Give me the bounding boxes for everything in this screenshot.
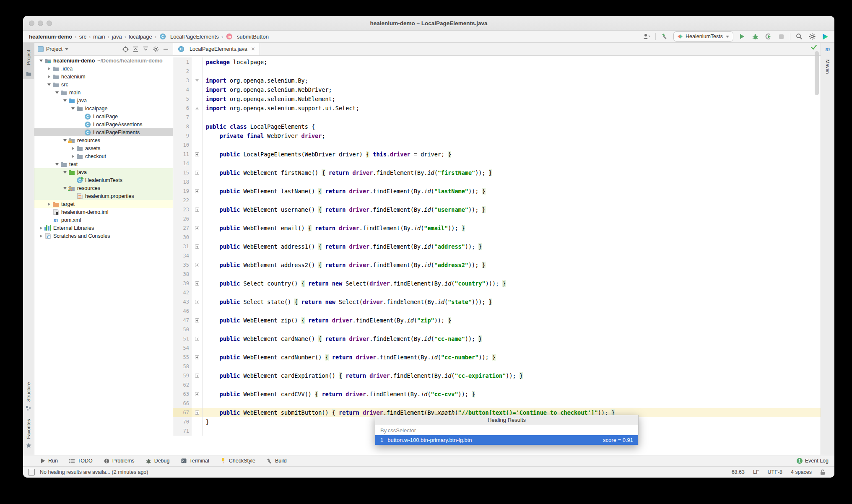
tree-collapse-arrow-icon[interactable] bbox=[54, 91, 60, 94]
fold-plus-icon[interactable] bbox=[192, 334, 203, 343]
locate-file-icon[interactable] bbox=[122, 45, 129, 53]
tree-item-test[interactable]: test bbox=[34, 160, 173, 168]
breadcrumb-item-java[interactable]: java bbox=[112, 34, 122, 40]
tree-item-healenium-properties[interactable]: healenium.properties bbox=[34, 192, 173, 200]
collapse-all-icon[interactable] bbox=[132, 45, 139, 53]
code-line-9[interactable]: 9 private final WebDriver driver; bbox=[173, 131, 821, 140]
code-line-47[interactable]: 47 public WebElement zip() { return driv… bbox=[173, 316, 821, 325]
status-message[interactable]: No healing results are availa... (2 minu… bbox=[40, 469, 148, 475]
tool-window-button-terminal[interactable]: Terminal bbox=[181, 458, 209, 464]
fold-plus-icon[interactable] bbox=[192, 168, 203, 177]
tool-window-switcher-icon[interactable] bbox=[28, 469, 35, 475]
zoom-window-button[interactable] bbox=[47, 21, 52, 26]
tree-item-src[interactable]: src bbox=[34, 81, 173, 88]
tree-collapse-arrow-icon[interactable] bbox=[62, 139, 68, 142]
fold-plus-icon[interactable] bbox=[192, 279, 203, 288]
breadcrumb-item-healenium-demo[interactable]: healenium-demo bbox=[29, 34, 72, 40]
code-line-59[interactable]: 59 public WebElement cardExpiration() { … bbox=[173, 371, 821, 380]
code-line-39[interactable]: 39 public Select country() { return new … bbox=[173, 279, 821, 288]
fold-plus-icon[interactable] bbox=[192, 297, 203, 307]
tree-item-main[interactable]: main bbox=[34, 88, 173, 96]
fold-down-icon[interactable] bbox=[192, 76, 203, 85]
breadcrumb-item-localpageelements[interactable]: CLocalPageElements bbox=[159, 34, 219, 40]
code-line-26[interactable]: 26 bbox=[173, 214, 821, 223]
code-line-35[interactable]: 35 public WebElement address2() { return… bbox=[173, 260, 821, 270]
code-line-34[interactable]: 34 bbox=[173, 251, 821, 260]
tree-item-assets[interactable]: assets bbox=[34, 144, 173, 152]
tool-window-button-run[interactable]: Run bbox=[40, 458, 58, 464]
fold-plus-icon[interactable] bbox=[192, 371, 203, 380]
settings-gear-icon[interactable] bbox=[808, 32, 816, 41]
code-line-42[interactable]: 42 bbox=[173, 288, 821, 297]
breadcrumb-item-submitbutton[interactable]: msubmitButton bbox=[226, 34, 269, 40]
tool-window-button-problems[interactable]: Problems bbox=[104, 458, 135, 464]
healing-result-row[interactable]: 1button.w-100.btn-primary.btn-lg.btnscor… bbox=[375, 435, 638, 445]
tree-expand-arrow-icon[interactable] bbox=[46, 203, 52, 206]
minimize-window-button[interactable] bbox=[38, 21, 43, 26]
fold-plus-icon[interactable] bbox=[192, 353, 203, 362]
breadcrumb-item-localpage[interactable]: localpage bbox=[129, 34, 152, 40]
indent-setting[interactable]: 4 spaces bbox=[791, 469, 812, 475]
code-line-14[interactable]: 14 bbox=[173, 159, 821, 168]
breadcrumb-item-src[interactable]: src bbox=[79, 34, 86, 40]
caret-position[interactable]: 68:63 bbox=[732, 469, 745, 475]
fold-plus-icon[interactable] bbox=[192, 242, 203, 251]
expand-all-icon[interactable] bbox=[142, 45, 149, 53]
tree-item-resources[interactable]: resources bbox=[34, 136, 173, 144]
fold-up-icon[interactable] bbox=[192, 104, 203, 113]
code-line-3[interactable]: 3import org.openqa.selenium.By; bbox=[173, 76, 821, 85]
code-line-18[interactable]: 18 bbox=[173, 177, 821, 187]
code-line-7[interactable]: 7 bbox=[173, 113, 821, 122]
run-button[interactable] bbox=[738, 32, 746, 41]
tree-item-target[interactable]: target bbox=[34, 200, 173, 208]
tree-item--idea[interactable]: .idea bbox=[34, 65, 173, 73]
code-line-50[interactable]: 50 bbox=[173, 325, 821, 334]
tree-item-java[interactable]: java bbox=[34, 96, 173, 104]
code-line-63[interactable]: 63 public WebElement cardCVV() { return … bbox=[173, 390, 821, 399]
event-log-button[interactable]: 1 Event Log bbox=[797, 458, 829, 464]
tree-item-localpageassertions[interactable]: CLocalPageAssertions bbox=[34, 120, 173, 128]
code-line-55[interactable]: 55 public WebElement cardNumber() { retu… bbox=[173, 353, 821, 362]
lock-icon[interactable] bbox=[820, 469, 825, 475]
tree-item-checkout[interactable]: checkout bbox=[34, 152, 173, 160]
debug-button[interactable] bbox=[751, 32, 759, 41]
tree-expand-arrow-icon[interactable] bbox=[46, 75, 52, 78]
tree-item-java[interactable]: java bbox=[34, 168, 173, 176]
tool-stripe-project-tab[interactable]: Project bbox=[23, 43, 34, 79]
tree-collapse-arrow-icon[interactable] bbox=[62, 99, 68, 102]
code-line-8[interactable]: 8public class LocalPageElements { bbox=[173, 122, 821, 131]
run-with-coverage-button[interactable] bbox=[764, 32, 772, 41]
tool-stripe-favorites-tab[interactable]: Favorites bbox=[25, 414, 32, 452]
code-line-10[interactable]: 10 bbox=[173, 140, 821, 150]
tree-expand-arrow-icon[interactable] bbox=[70, 147, 76, 150]
tool-window-button-todo[interactable]: TODO bbox=[69, 458, 93, 464]
code-line-6[interactable]: 6import org.openqa.selenium.support.ui.S… bbox=[173, 104, 821, 113]
code-line-51[interactable]: 51 public WebElement cardName() { return… bbox=[173, 334, 821, 343]
build-hammer-icon[interactable] bbox=[660, 32, 669, 41]
tree-item-healenium[interactable]: healenium bbox=[34, 73, 173, 81]
tree-item-external-libraries[interactable]: External Libraries bbox=[34, 224, 173, 232]
code-line-15[interactable]: 15 public WebElement firstName() { retur… bbox=[173, 168, 821, 177]
tree-item-localpage[interactable]: CLocalPage bbox=[34, 112, 173, 120]
fold-plus-icon[interactable] bbox=[192, 390, 203, 399]
tree-item-healenium-demo[interactable]: healenium-demo~/Demos/healenium-demo bbox=[34, 57, 173, 65]
code-line-27[interactable]: 27 public WebElement email() { return dr… bbox=[173, 223, 821, 233]
hide-panel-icon[interactable] bbox=[162, 45, 169, 53]
code-line-2[interactable]: 2 bbox=[173, 67, 821, 76]
tree-expand-arrow-icon[interactable] bbox=[70, 155, 76, 158]
code-line-22[interactable]: 22 bbox=[173, 196, 821, 205]
code-editor[interactable]: 1package localpage;23import org.openqa.s… bbox=[173, 56, 821, 455]
tool-window-button-build[interactable]: Build bbox=[267, 458, 287, 464]
panel-settings-gear-icon[interactable] bbox=[152, 45, 159, 53]
tree-collapse-arrow-icon[interactable] bbox=[54, 163, 60, 166]
editor-tab-localpageelements-java[interactable]: CLocalPageElements.java✕ bbox=[173, 43, 260, 55]
line-ending[interactable]: LF bbox=[753, 469, 759, 475]
tree-expand-arrow-icon[interactable] bbox=[46, 67, 52, 70]
tree-collapse-arrow-icon[interactable] bbox=[62, 171, 68, 174]
tree-item-pom-xml[interactable]: mpom.xml bbox=[34, 216, 173, 224]
code-line-62[interactable]: 62 bbox=[173, 380, 821, 390]
close-window-button[interactable] bbox=[29, 21, 34, 26]
fold-plus-icon[interactable] bbox=[192, 316, 203, 325]
code-line-11[interactable]: 11 public LocalPageElements(WebDriver dr… bbox=[173, 150, 821, 159]
code-line-58[interactable]: 58 bbox=[173, 362, 821, 371]
